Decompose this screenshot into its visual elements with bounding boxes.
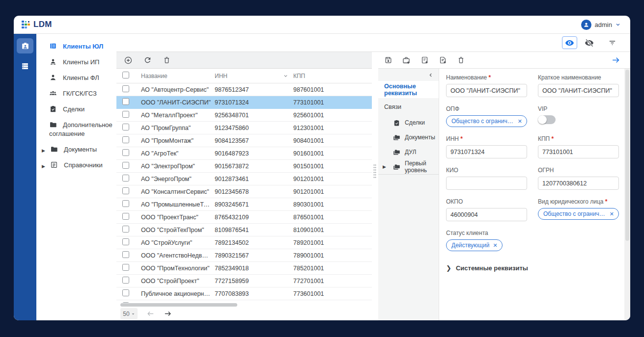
scrollbar-thumb[interactable]: [625, 70, 629, 241]
row-checkbox[interactable]: [122, 149, 129, 156]
save-icon: [384, 56, 392, 64]
relation-link-dul[interactable]: ДУЛ: [378, 145, 439, 159]
row-checkbox[interactable]: [122, 277, 129, 284]
short-name-input[interactable]: ООО "ЛАНИТ-СИЭСПИ": [538, 84, 619, 97]
tab-relations[interactable]: Связи: [378, 98, 439, 115]
relation-link-documents[interactable]: Документы: [378, 130, 439, 145]
table-row[interactable]: ООО "ПроектТранс"8765432109876501001: [116, 211, 372, 224]
status-chip[interactable]: Действующий ✕: [446, 239, 503, 251]
row-checkbox[interactable]: [122, 124, 129, 130]
table-row[interactable]: АО "АгроТек"9016487923901601001: [116, 147, 372, 160]
row-checkbox[interactable]: [122, 213, 129, 220]
next-page-button[interactable]: [164, 310, 172, 318]
table-row[interactable]: АО "ЭлектроПром"9015673872901501001: [116, 160, 372, 173]
column-header-name[interactable]: Название: [141, 73, 215, 79]
table-row[interactable]: ООО "ЛАНИТ-СИЭСПИ"9731071324773101001: [116, 96, 372, 109]
row-checkbox[interactable]: [122, 200, 129, 207]
table-row[interactable]: АО "Автоцентр-Сервис"9876512347987601001: [116, 83, 372, 96]
column-header-inn[interactable]: ИНН: [215, 73, 293, 79]
table-row[interactable]: АО "СтройУслуги"7892134502789201001: [116, 236, 372, 249]
page-size-select[interactable]: 50: [120, 308, 138, 319]
kpp-input[interactable]: 773101001: [538, 145, 619, 158]
row-checkbox[interactable]: [122, 85, 129, 92]
scrollbar-thumb[interactable]: [120, 303, 237, 307]
table-row[interactable]: АО "КонсалтингСервис"9012345678901201001: [116, 185, 372, 198]
add-record-document-button[interactable]: [438, 55, 448, 65]
table-row[interactable]: АО "МеталлПроект"9256348701925601001: [116, 109, 372, 122]
name-input[interactable]: ООО "ЛАНИТ-СИЭСПИ": [446, 84, 527, 97]
sidebar-item-gk-gsk-gsz[interactable]: ГК/ГСК/ГСЗ: [36, 86, 116, 102]
table-header: Название ИНН КПП: [116, 69, 372, 83]
table-row[interactable]: ООО "АгентствоНедвижимости"7890321567789…: [116, 249, 372, 262]
row-checkbox[interactable]: [122, 187, 129, 194]
row-checkbox[interactable]: [122, 98, 129, 105]
tab-main-requisites[interactable]: Основные реквизиты: [378, 81, 439, 98]
sidebar-item-deals[interactable]: Сделки: [36, 102, 116, 117]
row-checkbox[interactable]: [122, 162, 129, 169]
rail-clients-module-button[interactable]: [17, 38, 33, 53]
table-row[interactable]: АО "ЭнергоПром"9012873461901201001: [116, 173, 372, 185]
vip-toggle[interactable]: [538, 115, 556, 124]
add-record-button[interactable]: [123, 55, 133, 65]
chip-remove-icon[interactable]: ✕: [493, 242, 497, 249]
collapse-tabs-button[interactable]: [378, 69, 439, 81]
sidebar-item-directories[interactable]: ▶ Справочники: [36, 157, 116, 173]
rail-registry-module-button[interactable]: [17, 58, 33, 74]
column-header-kpp[interactable]: КПП: [293, 73, 372, 79]
sidebar-item-clients-fl[interactable]: Клиенты ФЛ: [36, 70, 116, 86]
row-checkbox[interactable]: [122, 226, 129, 233]
sidebar-item-label: Клиенты ФЛ: [63, 74, 99, 81]
ogrn-input[interactable]: 1207700380612: [538, 177, 619, 190]
sidebar-item-clients-ip[interactable]: Клиенты ИП: [36, 54, 116, 70]
legal-type-chip[interactable]: Общество с ограниченной ... ✕: [538, 208, 619, 220]
system-requisites-section[interactable]: ❯ Системные реквизиты: [446, 264, 617, 272]
row-checkbox[interactable]: [122, 289, 129, 296]
table-row[interactable]: АО "ПромышленныеТехнолог...8903245671890…: [116, 198, 372, 211]
add-case-button[interactable]: [401, 55, 411, 65]
relation-link-first-level[interactable]: ▶ Первый уровень: [378, 159, 439, 174]
row-checkbox[interactable]: [122, 175, 129, 181]
row-checkbox[interactable]: [122, 136, 129, 143]
show-panel-button[interactable]: [562, 36, 577, 49]
hide-panel-button[interactable]: [582, 36, 596, 49]
row-checkbox[interactable]: [122, 264, 129, 271]
select-all-checkbox[interactable]: [122, 72, 129, 78]
row-checkbox[interactable]: [122, 251, 129, 258]
table-row[interactable]: ООО "СтройТехПром"8109876541810901001: [116, 224, 372, 236]
opf-chip[interactable]: Общество с ограниченной ... ✕: [446, 115, 527, 127]
kio-input[interactable]: [446, 177, 527, 190]
previous-page-button[interactable]: [146, 310, 155, 318]
okpo-input[interactable]: 46000904: [446, 208, 527, 221]
save-button[interactable]: [383, 55, 393, 65]
sidebar-item-label: Дополнительное соглашение: [49, 121, 112, 137]
expand-arrow-icon[interactable]: ▶: [42, 146, 45, 155]
chip-remove-icon[interactable]: ✕: [610, 211, 614, 217]
expand-arrow-icon[interactable]: ▶: [383, 164, 386, 169]
table-row[interactable]: АО "ПромМонтаж"9084123567908401001: [116, 134, 372, 147]
table-row[interactable]: ООО "СтройПроект"7727158959772701001: [116, 275, 372, 287]
expand-arrow-icon[interactable]: ▶: [42, 162, 45, 171]
chip-remove-icon[interactable]: ✕: [518, 118, 522, 125]
splitter-grip[interactable]: [373, 164, 376, 179]
table-row[interactable]: Публичное акционерное обще...77070838937…: [116, 287, 372, 300]
sidebar-item-clients-ul[interactable]: Клиенты ЮЛ: [36, 39, 116, 54]
relation-link-deals[interactable]: Сделки: [378, 115, 439, 130]
user-menu[interactable]: admin: [581, 20, 620, 30]
cell-name: ООО "АгентствоНедвижимости": [141, 252, 215, 259]
column-menu-chevron-icon[interactable]: [283, 73, 288, 78]
sidebar-item-documents[interactable]: ▶ Документы: [36, 142, 116, 157]
table-row[interactable]: АО "ПромГруппа"9123475860912301001: [116, 122, 372, 134]
row-checkbox[interactable]: [122, 238, 129, 245]
inn-input[interactable]: 9731071324: [446, 145, 527, 158]
delete-client-button[interactable]: [456, 55, 466, 65]
vertical-scrollbar[interactable]: [624, 69, 630, 320]
filter-button[interactable]: [606, 36, 618, 49]
open-full-card-button[interactable]: [611, 55, 620, 65]
refresh-button[interactable]: [142, 55, 152, 65]
sidebar-item-additional-agreement[interactable]: Дополнительное соглашение: [36, 117, 116, 142]
add-document-button[interactable]: [420, 55, 429, 65]
delete-button[interactable]: [162, 55, 171, 65]
horizontal-scrollbar[interactable]: [116, 303, 372, 307]
table-row[interactable]: ООО "ПромТехнологии"7852349018785201001: [116, 262, 372, 275]
row-checkbox[interactable]: [122, 111, 129, 118]
